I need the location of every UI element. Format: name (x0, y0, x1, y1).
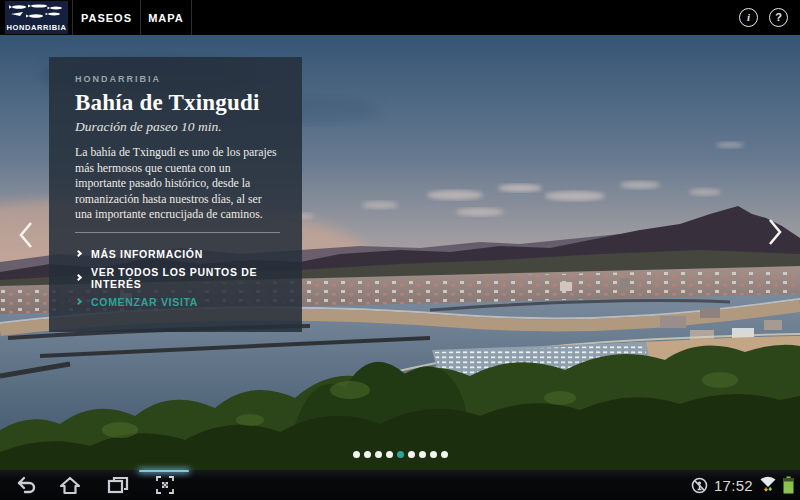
next-arrow[interactable] (762, 212, 788, 252)
carousel-dot[interactable] (353, 451, 360, 458)
page-title: Bahía de Txingudi (75, 90, 280, 116)
description: La bahía de Txingudi es uno de los paraj… (75, 145, 280, 223)
recent-apps-button[interactable] (103, 470, 133, 500)
card-eyebrow: HONDARRIBIA (75, 74, 280, 84)
chevron-right-icon (75, 274, 82, 281)
chevron-right-icon (75, 298, 82, 305)
battery-icon (783, 476, 794, 494)
fish-logo-icon (9, 3, 64, 23)
logo-text: HONDARRIBIA (7, 23, 67, 32)
poi-card: HONDARRIBIA Bahía de Txingudi Duración d… (49, 57, 302, 332)
divider (75, 232, 280, 233)
chevron-right-icon (75, 250, 82, 257)
help-icon: ? (775, 12, 782, 23)
info-icon: i (747, 12, 750, 23)
carousel-dot[interactable] (375, 451, 382, 458)
carousel-dot[interactable] (408, 451, 415, 458)
info-button[interactable]: i (739, 8, 758, 27)
wifi-icon (759, 476, 777, 494)
home-icon (59, 476, 81, 495)
walk-duration: Duración de paseo 10 min. (75, 119, 280, 135)
carousel-dot-active[interactable] (397, 451, 404, 458)
do-not-disturb-icon (691, 477, 708, 494)
carousel-dots (0, 451, 800, 458)
back-button[interactable] (12, 470, 42, 500)
carousel-dot[interactable] (419, 451, 426, 458)
carousel-dot[interactable] (364, 451, 371, 458)
carousel-dot[interactable] (430, 451, 437, 458)
all-points-of-interest-link[interactable]: VER TODOS LOS PUNTOS DE INTERÉS (75, 266, 280, 290)
tab-paseos[interactable]: PASEOS (72, 0, 140, 35)
home-button[interactable] (55, 470, 85, 500)
recents-icon (107, 476, 129, 495)
more-info-link[interactable]: MÁS INFORMACIÓN (75, 242, 280, 266)
back-icon (16, 476, 38, 494)
tab-bar: PASEOS MAPA (72, 0, 192, 35)
help-button[interactable]: ? (769, 8, 788, 27)
app-logo[interactable]: HONDARRIBIA (5, 1, 68, 34)
screen-capture-button[interactable] (150, 470, 180, 500)
screen-capture-icon (155, 475, 175, 495)
clock: 17:52 (714, 477, 753, 494)
chevron-left-icon (13, 215, 39, 255)
app-bar-actions: i ? (739, 0, 788, 35)
screen: HONDARRIBIA PASEOS MAPA i ? HONDARRIBIA … (0, 0, 800, 500)
chevron-right-icon (762, 212, 788, 252)
app-bar: HONDARRIBIA PASEOS MAPA i ? (0, 0, 800, 35)
carousel-dot[interactable] (441, 451, 448, 458)
start-visit-link[interactable]: COMENZAR VISITA (75, 290, 280, 314)
prev-arrow[interactable] (13, 215, 39, 255)
carousel-dot[interactable] (386, 451, 393, 458)
android-nav-bar: 17:52 (0, 470, 800, 500)
status-cluster[interactable]: 17:52 (691, 470, 794, 500)
tab-mapa[interactable]: MAPA (140, 0, 192, 35)
